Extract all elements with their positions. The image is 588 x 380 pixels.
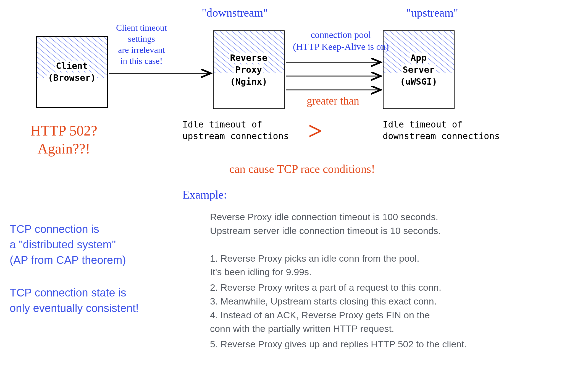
idle-timeout-downstream-label: Idle timeout of downstream connections xyxy=(383,119,500,142)
client-line2: (Browser) xyxy=(47,72,97,83)
example-step-1: 1. Reverse Proxy picks an idle conn from… xyxy=(210,252,419,279)
example-step-5: 5. Reverse Proxy gives up and replies HT… xyxy=(210,337,467,351)
idle-timeout-upstream-label: Idle timeout of upstream connections xyxy=(182,119,289,142)
upstream-label: "upstream" xyxy=(406,6,458,20)
example-step-2: 2. Reverse Proxy writes a part of a requ… xyxy=(210,281,441,294)
client-label: Client (Browser) xyxy=(47,60,97,84)
app-line2: Server xyxy=(401,64,436,75)
example-step-4: 4. Instead of an ACK, Reverse Proxy gets… xyxy=(210,308,430,336)
race-condition-note: can cause TCP race conditions! xyxy=(229,162,375,176)
app-box: App Server (uWSGI) xyxy=(383,30,455,109)
proxy-box: Reverse Proxy (Nginx) xyxy=(213,30,285,109)
gt-symbol: > xyxy=(308,116,322,145)
example-header: Example: xyxy=(182,188,227,201)
connection-pool-note: connection pool (HTTP Keep-Alive is on) xyxy=(293,29,389,53)
greater-than-label: greater than xyxy=(307,94,359,108)
proxy-line3: (Nginx) xyxy=(229,76,269,87)
proxy-label: Reverse Proxy (Nginx) xyxy=(229,52,269,88)
example-intro2: Upstream server idle connection timeout … xyxy=(210,224,441,238)
example-intro1: Reverse Proxy idle connection timeout is… xyxy=(210,210,438,224)
cap-theorem-note: TCP connection is a "distributed system"… xyxy=(10,221,126,268)
app-line3: (uWSGI) xyxy=(399,76,439,87)
client-timeout-note: Client timeout settings are irrelevant i… xyxy=(116,22,167,66)
client-box: Client (Browser) xyxy=(36,36,108,108)
proxy-line2: Proxy xyxy=(234,64,263,75)
app-line1: App xyxy=(410,53,428,63)
downstream-label: "downstream" xyxy=(202,6,268,20)
client-line1: Client xyxy=(55,61,89,71)
proxy-line1: Reverse xyxy=(229,53,269,63)
example-step-3: 3. Meanwhile, Upstream starts closing th… xyxy=(210,295,437,308)
eventually-consistent-note: TCP connection state is only eventually … xyxy=(10,285,139,316)
app-label: App Server (uWSGI) xyxy=(399,52,439,88)
http-502-note: HTTP 502? Again??! xyxy=(30,122,97,158)
